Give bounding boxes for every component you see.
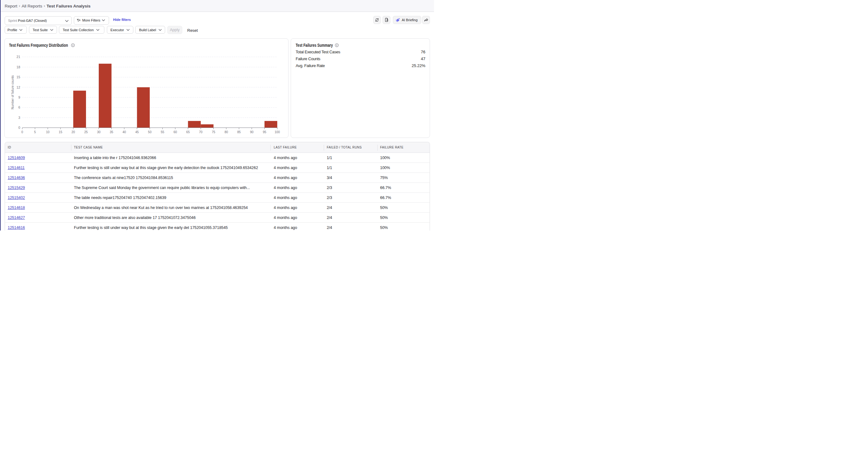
svg-text:90: 90 bbox=[250, 131, 254, 134]
svg-text:3: 3 bbox=[19, 116, 20, 119]
svg-text:5: 5 bbox=[34, 131, 36, 134]
svg-text:30: 30 bbox=[97, 131, 101, 134]
svg-text:75: 75 bbox=[212, 131, 216, 134]
svg-text:55: 55 bbox=[161, 131, 164, 134]
svg-text:40: 40 bbox=[122, 131, 126, 134]
svg-text:15: 15 bbox=[59, 131, 63, 134]
svg-text:15: 15 bbox=[17, 75, 20, 79]
svg-text:18: 18 bbox=[17, 65, 20, 69]
svg-text:9: 9 bbox=[19, 95, 20, 99]
svg-text:35: 35 bbox=[110, 131, 114, 134]
svg-text:50: 50 bbox=[148, 131, 152, 134]
svg-text:80: 80 bbox=[225, 131, 228, 134]
svg-text:6: 6 bbox=[19, 106, 20, 109]
svg-text:20: 20 bbox=[72, 131, 75, 134]
svg-text:0: 0 bbox=[19, 126, 20, 129]
svg-text:100: 100 bbox=[275, 131, 280, 134]
svg-text:12: 12 bbox=[17, 85, 20, 89]
svg-text:10: 10 bbox=[46, 131, 50, 134]
svg-text:60: 60 bbox=[174, 131, 177, 134]
svg-text:Number of failure counts: Number of failure counts bbox=[11, 76, 14, 110]
svg-text:95: 95 bbox=[262, 131, 267, 134]
svg-text:25: 25 bbox=[84, 131, 88, 134]
svg-text:21: 21 bbox=[17, 55, 20, 59]
svg-text:45: 45 bbox=[135, 131, 139, 134]
svg-text:85: 85 bbox=[238, 131, 241, 134]
svg-text:0: 0 bbox=[22, 131, 23, 134]
svg-text:65: 65 bbox=[186, 131, 190, 134]
svg-text:70: 70 bbox=[199, 131, 203, 134]
